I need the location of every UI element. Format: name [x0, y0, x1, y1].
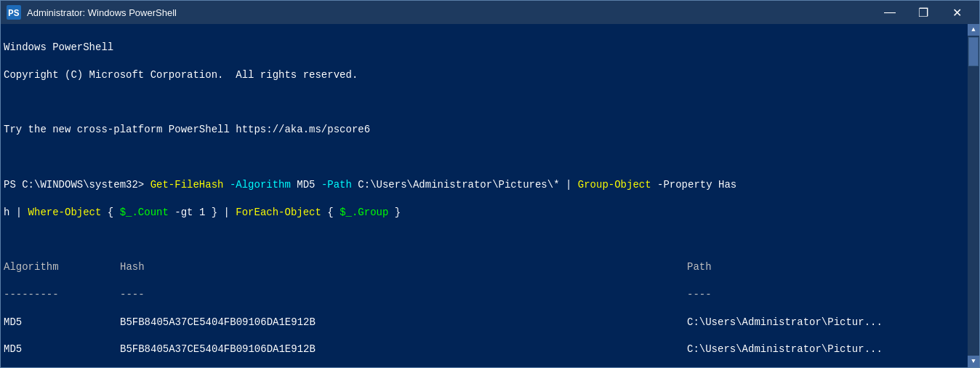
cmd-md5: MD5 [291, 179, 321, 191]
cmd-where-brace: { [101, 207, 119, 218]
cmd-group: $_.Group [340, 207, 388, 218]
minimize-button[interactable]: — [873, 1, 907, 24]
cmd-path-val: C:\Users\Administrator\Pictures\* | [352, 179, 578, 191]
cmd-get-filehash: Get-FileHash [150, 179, 224, 191]
scroll-up-arrow[interactable]: ▲ [968, 24, 979, 36]
scroll-thumb[interactable] [968, 37, 979, 66]
cmd-path-param: -Path [321, 179, 352, 191]
cmd-h: h | [4, 207, 28, 218]
blank-line-1 [4, 95, 965, 109]
table-header-row: AlgorithmHashPath [4, 260, 965, 274]
maximize-button[interactable]: ❐ [907, 1, 940, 24]
cmd-count: $_.Count [120, 207, 169, 218]
terminal-body: Windows PowerShell Copyright (C) Microso… [1, 24, 979, 367]
header-algorithm: Algorithm [4, 260, 120, 274]
scroll-down-arrow[interactable]: ▼ [968, 356, 979, 367]
table-row-0: MD5B5FB8405A37CE5404FB09106DA1E912BC:\Us… [4, 316, 965, 329]
powershell-window: PS Administrator: Windows PowerShell — ❐… [0, 0, 980, 368]
row0-hash: B5FB8405A37CE5404FB09106DA1E912B [120, 316, 687, 329]
title-bar: PS Administrator: Windows PowerShell — ❐… [1, 1, 979, 24]
sep-hash: ---- [120, 288, 687, 302]
cmd-foreach-brace: { [321, 207, 340, 218]
header-path: Path [687, 261, 712, 273]
scroll-track[interactable] [968, 36, 979, 356]
cmd-gt: -gt 1 } | [169, 207, 236, 218]
cmd-foreach-object: ForEach-Object [236, 207, 321, 218]
row1-path: C:\Users\Administrator\Pictur... [687, 343, 883, 355]
cmd-close-brace: } [388, 207, 401, 218]
window-controls: — ❐ ✕ [873, 1, 973, 24]
sep-path: ---- [687, 289, 712, 300]
powershell-icon: PS [7, 5, 21, 20]
window-title: Administrator: Windows PowerShell [27, 7, 873, 18]
svg-text:PS: PS [8, 8, 20, 19]
intro-line-3: Try the new cross-platform PowerShell ht… [4, 123, 965, 137]
terminal-output[interactable]: Windows PowerShell Copyright (C) Microso… [1, 24, 968, 367]
prompt: PS C:\WINDOWS\system32> [4, 179, 150, 191]
close-button[interactable]: ✕ [940, 1, 973, 24]
blank-line-3 [4, 233, 965, 247]
table-separator-row: ----------------- [4, 288, 965, 302]
cmd-where-object: Where-Object [28, 207, 102, 218]
cmd-group-object: Group-Object [578, 179, 651, 191]
sep-algorithm: --------- [4, 288, 120, 302]
blank-line-2 [4, 151, 965, 164]
header-hash: Hash [120, 260, 687, 274]
intro-line-1: Windows PowerShell [4, 41, 965, 55]
cmd-property: -Property Has [651, 179, 737, 191]
vertical-scrollbar[interactable]: ▲ ▼ [968, 24, 979, 367]
cmd-algorithm-param: -Algorithm [230, 179, 291, 191]
command-line-1: PS C:\WINDOWS\system32> Get-FileHash -Al… [4, 178, 965, 192]
command-line-2: h | Where-Object { $_.Count -gt 1 } | Fo… [4, 206, 965, 220]
intro-line-2: Copyright (C) Microsoft Corporation. All… [4, 68, 965, 82]
table-row-1: MD5B5FB8405A37CE5404FB09106DA1E912BC:\Us… [4, 343, 965, 356]
row1-hash: B5FB8405A37CE5404FB09106DA1E912B [120, 343, 687, 356]
row1-algo: MD5 [4, 343, 120, 356]
row0-path: C:\Users\Administrator\Pictur... [687, 316, 883, 328]
cmd-space1 [223, 179, 229, 191]
row0-algo: MD5 [4, 316, 120, 329]
